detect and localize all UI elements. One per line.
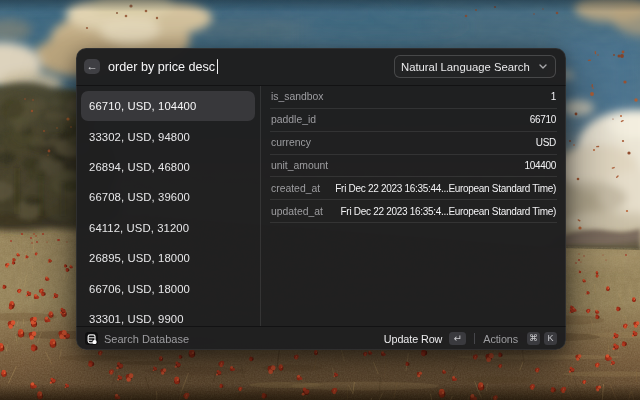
- update-row-label: Update Row: [384, 333, 442, 345]
- text-caret: [217, 59, 219, 74]
- detail-row: paddle_id66710: [270, 109, 557, 132]
- detail-panel: is_sandbox1paddle_id66710currencyUSDunit…: [261, 86, 566, 326]
- k-key-icon: K: [544, 332, 557, 345]
- database-search-icon: [85, 332, 98, 345]
- actions-label: Actions: [483, 333, 518, 345]
- detail-row: is_sandbox1: [270, 86, 557, 109]
- list-item[interactable]: 66710, USD, 104400: [81, 91, 255, 121]
- raycast-window: ← order by price desc Natural Language S…: [76, 48, 566, 350]
- statusbar-separator: [474, 333, 475, 344]
- detail-label: created_at: [271, 183, 320, 194]
- statusbar-actions: Update Row ↵ Actions ⌘ K: [384, 332, 557, 345]
- detail-row: currencyUSD: [270, 132, 557, 155]
- search-input[interactable]: order by price desc: [108, 59, 218, 74]
- detail-label: is_sandbox: [271, 91, 324, 102]
- detail-label: unit_amount: [271, 160, 328, 171]
- detail-label: currency: [271, 137, 311, 148]
- detail-value: USD: [536, 137, 556, 148]
- back-button[interactable]: ←: [84, 59, 100, 74]
- list-item[interactable]: 33301, USD, 9900: [81, 304, 255, 326]
- command-name: Search Database: [104, 333, 189, 345]
- search-bar: ← order by price desc Natural Language S…: [76, 48, 566, 85]
- search-mode-dropdown[interactable]: Natural Language Search: [394, 55, 556, 78]
- list-item[interactable]: 64112, USD, 31200: [81, 213, 255, 243]
- detail-row: created_atFri Dec 22 2023 16:35:44...Eur…: [270, 177, 557, 200]
- list-item[interactable]: 66708, USD, 39600: [81, 182, 255, 212]
- search-mode-label: Natural Language Search: [401, 61, 530, 73]
- list-item[interactable]: 66706, USD, 18000: [81, 273, 255, 303]
- desktop: { "window": { "search": { "back_label": …: [0, 0, 640, 400]
- return-key-icon: ↵: [449, 332, 466, 345]
- detail-row: unit_amount104400: [270, 155, 557, 178]
- results-list: 66710, USD, 10440033302, USD, 9480026894…: [76, 86, 260, 326]
- detail-label: updated_at: [271, 206, 323, 217]
- content-area: 66710, USD, 10440033302, USD, 9480026894…: [76, 86, 566, 326]
- search-query-text: order by price desc: [108, 60, 215, 74]
- list-item[interactable]: 33302, USD, 94800: [81, 121, 255, 151]
- list-item[interactable]: 26894, USD, 46800: [81, 152, 255, 182]
- actions-button[interactable]: Actions ⌘ K: [483, 332, 557, 345]
- detail-value: 1: [551, 91, 556, 102]
- detail-row: updated_atFri Dec 22 2023 16:35:4...Euro…: [270, 200, 557, 223]
- back-arrow-icon: ←: [86, 61, 98, 73]
- detail-value: Fri Dec 22 2023 16:35:4...European Stand…: [341, 206, 556, 217]
- list-item[interactable]: 26895, USD, 18000: [81, 243, 255, 273]
- detail-value: 66710: [530, 114, 556, 125]
- detail-label: paddle_id: [271, 114, 316, 125]
- detail-value: 104400: [524, 160, 556, 171]
- status-bar: Search Database Update Row ↵ Actions ⌘ K: [76, 327, 566, 350]
- chevron-down-icon: [539, 64, 547, 69]
- command-key-icon: ⌘: [527, 332, 540, 345]
- detail-value: Fri Dec 22 2023 16:35:44...European Stan…: [335, 183, 556, 194]
- update-row-button[interactable]: Update Row ↵: [384, 332, 466, 345]
